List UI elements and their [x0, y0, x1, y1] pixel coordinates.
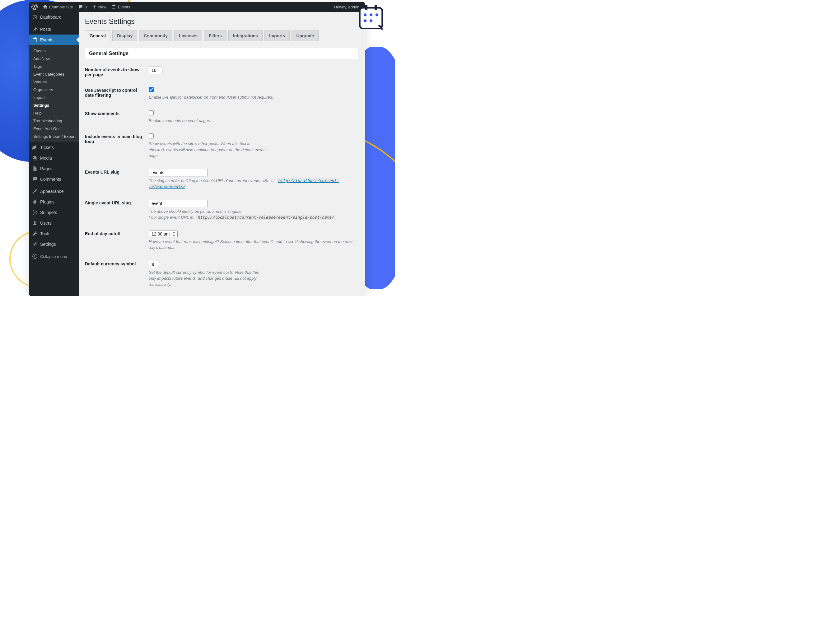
menu-snippets[interactable]: Snippets	[29, 207, 79, 218]
submenu-venues[interactable]: Venues	[29, 78, 79, 86]
submenu-tags[interactable]: Tags	[29, 63, 79, 70]
svg-rect-3	[374, 5, 377, 10]
blog-loop-label: Include events in main blog loop	[85, 129, 149, 164]
calendar-alt-icon	[32, 37, 38, 43]
menu-posts[interactable]: Posts	[29, 24, 79, 35]
dashboard-icon	[32, 14, 38, 20]
site-name: Example Site	[49, 5, 73, 9]
general-settings-heading: General Settings	[85, 48, 359, 59]
submenu-troubleshooting[interactable]: Troubleshooting	[29, 117, 79, 125]
currency-input[interactable]	[149, 261, 160, 268]
events-slug-label: Events URL slug	[85, 164, 149, 195]
tab-integrations[interactable]: Integrations	[228, 30, 262, 41]
tab-display[interactable]: Display	[112, 30, 137, 41]
comments-icon	[32, 177, 38, 182]
submenu-import[interactable]: Import	[29, 94, 79, 101]
pages-icon	[32, 166, 38, 171]
plus-icon	[92, 4, 97, 9]
events-per-page-label: Number of events to show per page	[85, 62, 149, 83]
js-datefilter-label: Use Javascript to control date filtering	[85, 83, 149, 106]
menu-tools[interactable]: Tools	[29, 228, 79, 239]
show-comments-desc: Enable comments on event pages.	[149, 118, 311, 124]
menu-media[interactable]: Media	[29, 153, 79, 163]
show-comments-label: Show comments	[85, 106, 149, 129]
single-slug-label: Single event URL slug	[85, 195, 149, 226]
svg-point-6	[376, 13, 379, 16]
submenu-organizers[interactable]: Organizers	[29, 86, 79, 94]
events-toolbar-label: Events	[118, 5, 130, 9]
tab-upgrade[interactable]: Upgrade	[292, 30, 319, 41]
submenu-settings[interactable]: Settings	[29, 101, 79, 109]
admin-sidebar: Dashboard Posts Events Events Add New Ta…	[29, 12, 79, 296]
pin-icon	[32, 27, 38, 32]
media-icon	[32, 155, 38, 161]
menu-plugins[interactable]: Plugins	[29, 197, 79, 207]
menu-users[interactable]: Users	[29, 218, 79, 228]
new-content-link[interactable]: New	[89, 2, 109, 12]
tab-imports[interactable]: Imports	[264, 30, 290, 41]
tab-licenses[interactable]: Licenses	[174, 30, 202, 41]
blog-loop-checkbox[interactable]	[149, 133, 154, 139]
eod-cutoff-desc: Have an event that runs past midnight? S…	[149, 238, 355, 251]
svg-rect-2	[365, 5, 368, 10]
svg-point-7	[364, 19, 367, 22]
wp-logo[interactable]	[29, 2, 40, 12]
menu-events[interactable]: Events	[29, 35, 79, 45]
collapse-icon	[32, 254, 38, 259]
svg-point-4	[364, 13, 367, 16]
blog-loop-desc: Show events with the site's other posts.…	[149, 141, 267, 159]
events-slug-input[interactable]	[149, 169, 208, 177]
menu-pages[interactable]: Pages	[29, 163, 79, 174]
comment-icon	[78, 4, 83, 9]
submenu-help[interactable]: Help	[29, 109, 79, 117]
events-toolbar-link[interactable]: Events	[109, 2, 133, 12]
main-content: Events Settings General Display Communit…	[79, 12, 365, 296]
submenu-events[interactable]: Events	[29, 47, 79, 55]
submenu-import-export[interactable]: Settings Import / Export	[29, 133, 79, 140]
site-name-link[interactable]: Example Site	[40, 2, 76, 12]
home-icon	[43, 4, 47, 9]
scissors-icon	[32, 210, 38, 215]
show-comments-checkbox[interactable]	[149, 111, 154, 115]
menu-dashboard[interactable]: Dashboard	[29, 12, 79, 22]
users-icon	[32, 220, 38, 226]
collapse-menu[interactable]: Collapse menu	[29, 251, 79, 262]
submenu-event-categories[interactable]: Event Categories	[29, 70, 79, 78]
js-datefilter-desc: Enable live ajax for datepicker on front…	[149, 94, 311, 101]
svg-point-5	[369, 13, 373, 16]
wordpress-icon	[32, 4, 38, 10]
tab-general[interactable]: General	[85, 30, 111, 41]
admin-toolbar: Example Site 0 New Events Howdy, admin	[29, 2, 365, 12]
page-title: Events Settings	[85, 17, 359, 26]
calendar-icon	[111, 4, 116, 9]
eod-cutoff-label: End of day cutoff	[85, 226, 149, 256]
tab-community[interactable]: Community	[139, 30, 172, 41]
menu-comments[interactable]: Comments	[29, 174, 79, 185]
single-event-url: http://localhost/current-release/event/s…	[196, 215, 335, 220]
tabs: General Display Community Licenses Filte…	[85, 30, 359, 41]
events-slug-desc: The slug used for building the events UR…	[149, 178, 355, 190]
menu-settings[interactable]: Settings	[29, 239, 79, 249]
settings-icon	[32, 242, 38, 247]
submenu-add-new[interactable]: Add New	[29, 55, 79, 63]
currency-after-label: Currency symbol follows value	[85, 293, 149, 296]
comments-link[interactable]: 0	[76, 2, 89, 12]
events-per-page-input[interactable]	[149, 66, 163, 74]
menu-tickets[interactable]: Tickets	[29, 142, 79, 153]
calendar-decoration-icon	[356, 3, 386, 32]
eod-cutoff-select[interactable]: 12:00 am	[149, 231, 178, 237]
tickets-icon	[32, 145, 38, 150]
js-datefilter-checkbox[interactable]	[149, 87, 154, 92]
plugins-icon	[32, 199, 38, 205]
single-slug-desc: The above should ideally be plural, and …	[149, 208, 355, 221]
comments-count: 0	[85, 5, 87, 9]
menu-appearance[interactable]: Appearance	[29, 186, 79, 197]
submenu-addons[interactable]: Event Add-Ons	[29, 125, 79, 133]
tab-filters[interactable]: Filters	[204, 30, 226, 41]
svg-point-8	[369, 19, 373, 22]
tools-icon	[32, 231, 38, 237]
events-submenu: Events Add New Tags Event Categories Ven…	[29, 45, 79, 142]
new-label: New	[98, 5, 106, 9]
single-slug-input[interactable]	[149, 200, 208, 207]
svg-point-0	[33, 254, 37, 259]
